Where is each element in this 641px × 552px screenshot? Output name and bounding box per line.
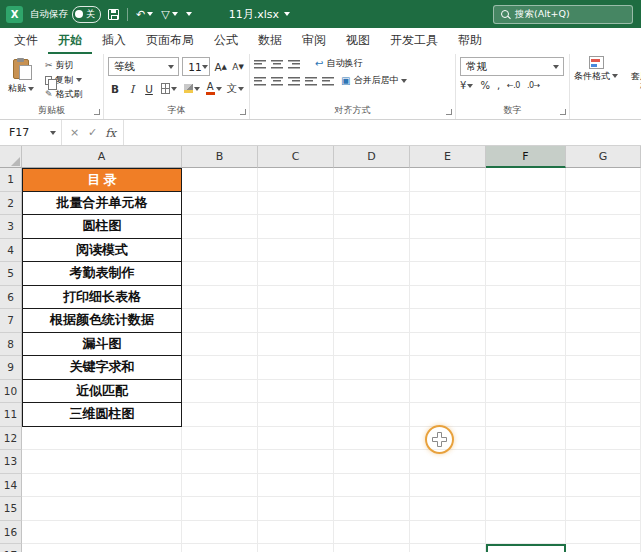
column-header-A[interactable]: A	[22, 146, 182, 168]
row-header-1[interactable]: 1	[0, 168, 22, 192]
tab-home[interactable]: 开始	[48, 28, 92, 54]
cell-D5[interactable]	[334, 262, 410, 286]
percent-style-button[interactable]: %	[480, 80, 490, 91]
cell-A12[interactable]	[22, 427, 182, 451]
row-header-10[interactable]: 10	[0, 380, 22, 404]
tab-review[interactable]: 审阅	[292, 28, 336, 54]
cell-D14[interactable]	[334, 474, 410, 498]
cell-B11[interactable]	[182, 403, 258, 427]
cell-C2[interactable]	[258, 192, 334, 216]
cell-C6[interactable]	[258, 286, 334, 310]
cell-F4[interactable]	[486, 239, 566, 263]
merge-center-button[interactable]: ▣ 合并后居中	[341, 74, 407, 87]
align-right-icon[interactable]	[288, 76, 300, 86]
cell-F17[interactable]	[486, 544, 566, 552]
cell-F2[interactable]	[486, 192, 566, 216]
tab-data[interactable]: 数据	[248, 28, 292, 54]
align-left-icon[interactable]	[254, 76, 266, 86]
conditional-formatting-button[interactable]: 条件格式	[574, 56, 618, 104]
undo-button[interactable]: ↶	[136, 8, 153, 21]
cell-F5[interactable]	[486, 262, 566, 286]
row-header-8[interactable]: 8	[0, 333, 22, 357]
format-as-table-button[interactable]: 套用表格格式	[627, 56, 641, 104]
cell-C12[interactable]	[258, 427, 334, 451]
top-align-icon[interactable]	[254, 59, 266, 69]
cell-A1[interactable]: 目录	[22, 168, 182, 192]
row-header-11[interactable]: 11	[0, 403, 22, 427]
cell-E17[interactable]	[410, 544, 486, 552]
cell-D4[interactable]	[334, 239, 410, 263]
row-header-16[interactable]: 16	[0, 521, 22, 545]
cell-E6[interactable]	[410, 286, 486, 310]
cut-button[interactable]: ✂剪切	[45, 59, 83, 72]
tab-view[interactable]: 视图	[336, 28, 380, 54]
cell-G12[interactable]	[566, 427, 641, 451]
filter-button[interactable]: ▽	[161, 8, 177, 21]
cell-G14[interactable]	[566, 474, 641, 498]
insert-function-icon[interactable]: fx	[103, 126, 118, 140]
cell-B5[interactable]	[182, 262, 258, 286]
cell-F1[interactable]	[486, 168, 566, 192]
cell-D15[interactable]	[334, 497, 410, 521]
cell-G15[interactable]	[566, 497, 641, 521]
cell-B17[interactable]	[182, 544, 258, 552]
name-box[interactable]: F17	[0, 120, 62, 145]
cell-B7[interactable]	[182, 309, 258, 333]
cell-E13[interactable]	[410, 450, 486, 474]
row-header-12[interactable]: 12	[0, 427, 22, 451]
cell-B4[interactable]	[182, 239, 258, 263]
cell-G9[interactable]	[566, 356, 641, 380]
cell-A7[interactable]: 根据颜色统计数据	[22, 309, 182, 333]
fill-color-button[interactable]	[182, 80, 202, 97]
italic-button[interactable]: I	[125, 80, 139, 97]
cell-E5[interactable]	[410, 262, 486, 286]
row-header-9[interactable]: 9	[0, 356, 22, 380]
cell-F10[interactable]	[486, 380, 566, 404]
cell-C5[interactable]	[258, 262, 334, 286]
cell-D11[interactable]	[334, 403, 410, 427]
tab-help[interactable]: 帮助	[448, 28, 492, 54]
cell-A14[interactable]	[22, 474, 182, 498]
cell-B13[interactable]	[182, 450, 258, 474]
row-header-17[interactable]: 17	[0, 544, 22, 552]
cell-F6[interactable]	[486, 286, 566, 310]
cell-C15[interactable]	[258, 497, 334, 521]
cell-D16[interactable]	[334, 521, 410, 545]
select-all-corner[interactable]	[0, 146, 22, 168]
decrease-decimal-button[interactable]: .0→	[527, 81, 540, 90]
cell-B8[interactable]	[182, 333, 258, 357]
decrease-indent-icon[interactable]	[305, 76, 317, 86]
column-header-B[interactable]: B	[182, 146, 258, 168]
tab-file[interactable]: 文件	[4, 28, 48, 54]
cell-B9[interactable]	[182, 356, 258, 380]
cell-G5[interactable]	[566, 262, 641, 286]
cell-D7[interactable]	[334, 309, 410, 333]
cell-D12[interactable]	[334, 427, 410, 451]
tab-page-layout[interactable]: 页面布局	[136, 28, 204, 54]
bottom-align-icon[interactable]	[288, 59, 300, 69]
cell-G10[interactable]	[566, 380, 641, 404]
cell-C17[interactable]	[258, 544, 334, 552]
cell-A2[interactable]: 批量合并单元格	[22, 192, 182, 216]
tab-formulas[interactable]: 公式	[204, 28, 248, 54]
excel-app-icon[interactable]: X	[6, 6, 23, 23]
row-header-2[interactable]: 2	[0, 192, 22, 216]
tab-insert[interactable]: 插入	[92, 28, 136, 54]
dialog-launcher-icon[interactable]	[240, 109, 246, 115]
enter-icon[interactable]: ✓	[85, 126, 100, 139]
decrease-font-button[interactable]: A▼	[231, 58, 245, 75]
wrap-text-button[interactable]: ↩ 自动换行	[315, 57, 362, 70]
autosave-toggle[interactable]: 自动保存 关	[30, 6, 101, 23]
cell-C3[interactable]	[258, 215, 334, 239]
cell-F14[interactable]	[486, 474, 566, 498]
column-header-F[interactable]: F	[486, 146, 566, 168]
cell-A16[interactable]	[22, 521, 182, 545]
cell-C14[interactable]	[258, 474, 334, 498]
cell-B12[interactable]	[182, 427, 258, 451]
cell-E10[interactable]	[410, 380, 486, 404]
dialog-launcher-icon[interactable]	[94, 109, 100, 115]
cell-D2[interactable]	[334, 192, 410, 216]
cell-D17[interactable]	[334, 544, 410, 552]
cell-B15[interactable]	[182, 497, 258, 521]
cell-G8[interactable]	[566, 333, 641, 357]
